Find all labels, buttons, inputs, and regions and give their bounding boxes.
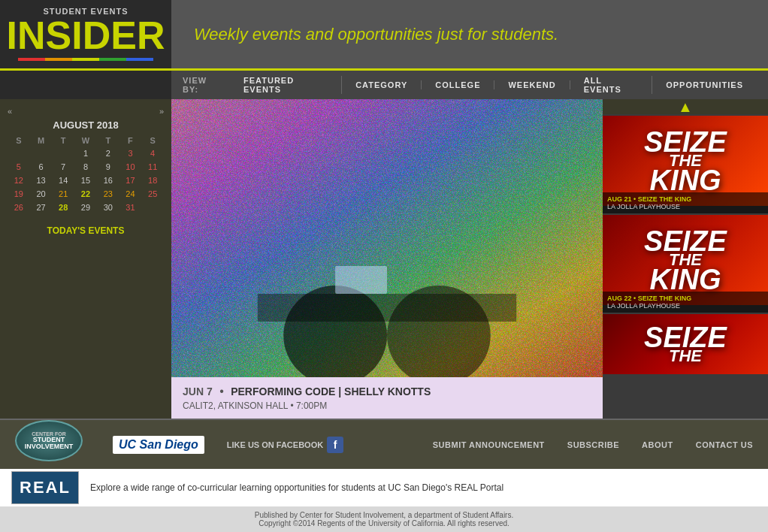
- event-card-2-overlay: AUG 22 • SEIZE THE KING LA JOLLA PLAYHOU…: [603, 292, 768, 313]
- seize-text-3: SEIZE THE: [644, 325, 727, 364]
- event-bullet: •: [219, 385, 227, 397]
- cal-title: AUGUST 2018: [8, 119, 164, 131]
- real-logo: REAL: [11, 471, 79, 504]
- ucsd-logo: UC San Diego: [113, 436, 204, 454]
- cal-cell[interactable]: 22: [74, 187, 97, 201]
- cal-cell[interactable]: 24: [119, 187, 142, 201]
- cal-week-3: 12 13 14 15 16 17 18: [8, 174, 164, 187]
- calendar: « » AUGUST 2018 S M T W T F S: [8, 107, 164, 236]
- cal-cell[interactable]: 14: [52, 174, 74, 187]
- cal-week-5: 26 27 28 29 30 31: [8, 201, 164, 214]
- cal-day-t2: T: [97, 135, 119, 147]
- cal-day-t: T: [52, 135, 74, 147]
- footer-submit[interactable]: SUBMIT ANNOUNCEMENT: [433, 440, 545, 449]
- cal-cell[interactable]: 2: [97, 147, 119, 160]
- cal-cell[interactable]: 12: [8, 174, 30, 187]
- cal-prev[interactable]: «: [8, 107, 12, 116]
- event-caption-line1: JUN 7 • PERFORMING CODE | SHELLY KNOTTS: [183, 385, 591, 398]
- cal-cell[interactable]: 29: [74, 201, 97, 214]
- bottom-banner: REAL Explore a wide range of co-curricul…: [0, 469, 768, 506]
- cal-cell[interactable]: 6: [30, 160, 53, 174]
- cal-cell[interactable]: 3: [119, 147, 142, 160]
- cal-cell[interactable]: [141, 201, 164, 214]
- cal-cell[interactable]: 20: [30, 187, 53, 201]
- cal-cell[interactable]: 21: [52, 187, 74, 201]
- cal-week-4: 19 20 21 22 23 24 25: [8, 187, 164, 201]
- event-image: [171, 99, 603, 377]
- nav-allevents[interactable]: ALL EVENTS: [570, 76, 652, 94]
- real-logo-text: REAL: [20, 478, 71, 497]
- event-card-3[interactable]: SEIZE THE: [603, 314, 768, 374]
- csi-logo: CENTER FOR STUDENT INVOLVEMENT: [15, 420, 90, 469]
- cal-cell[interactable]: 25: [141, 187, 164, 201]
- event-venue: CALIT2, ATKINSON HALL • 7:00PM: [183, 401, 591, 411]
- cal-cell[interactable]: 11: [141, 160, 164, 174]
- cal-cell[interactable]: 17: [119, 174, 142, 187]
- content-area: JUN 7 • PERFORMING CODE | SHELLY KNOTTS …: [171, 99, 603, 419]
- cal-cell[interactable]: 10: [119, 160, 142, 174]
- event-card-1-venue: LA JOLLA PLAYHOUSE: [607, 203, 763, 210]
- cal-next[interactable]: »: [159, 107, 164, 116]
- cal-cell[interactable]: 26: [8, 201, 30, 214]
- cal-day-m: M: [30, 135, 53, 147]
- footer-subscribe[interactable]: SUBSCRIBE: [567, 440, 619, 449]
- cal-cell[interactable]: [52, 147, 74, 160]
- event-card-2-date: AUG 22 • SEIZE THE KING: [607, 295, 763, 302]
- fb-label: LIKE US ON FACEBOOK: [227, 440, 323, 449]
- event-date: JUN 7: [183, 385, 213, 397]
- cal-cell[interactable]: [30, 147, 53, 160]
- today-events[interactable]: TODAY'S EVENTS: [8, 225, 164, 236]
- middle-section: « » AUGUST 2018 S M T W T F S: [0, 99, 768, 419]
- page-wrapper: STUDENT EVENTS INSIDER Weekly events and…: [0, 0, 768, 532]
- nav-featured[interactable]: FEATURED EVENTS: [230, 76, 342, 94]
- fb-like[interactable]: LIKE US ON FACEBOOK f: [227, 437, 343, 453]
- event-title: PERFORMING CODE | SHELLY KNOTTS: [231, 385, 431, 397]
- cal-cell[interactable]: 18: [141, 174, 164, 187]
- cal-cell[interactable]: 5: [8, 160, 30, 174]
- table: [258, 294, 516, 322]
- cal-cell[interactable]: 16: [97, 174, 119, 187]
- right-panel: ▲ SEIZE THE KING AUG 21 • SEIZE THE KING…: [603, 99, 768, 419]
- cal-cell[interactable]: 8: [74, 160, 97, 174]
- nav-weekend[interactable]: WEEKEND: [494, 80, 570, 89]
- nav-label: VIEW BY:: [183, 76, 222, 94]
- sidebar: « » AUGUST 2018 S M T W T F S: [0, 99, 171, 419]
- cal-cell[interactable]: 19: [8, 187, 30, 201]
- cal-cell[interactable]: 28: [52, 201, 74, 214]
- seize-bg-3: SEIZE THE: [603, 314, 768, 374]
- cal-day-s2: S: [141, 135, 164, 147]
- logo-in: IN: [7, 14, 46, 57]
- footer-about[interactable]: ABOUT: [642, 440, 673, 449]
- tagline-area: Weekly events and opportunities just for…: [171, 0, 768, 68]
- nav-spacer: [0, 71, 171, 99]
- cal-cell[interactable]: 31: [119, 201, 142, 214]
- nav-category[interactable]: CATEGORY: [342, 80, 422, 89]
- ucsd-label: UC San Diego: [119, 438, 198, 451]
- nav-bar: VIEW BY: FEATURED EVENTS CATEGORY COLLEG…: [0, 68, 768, 99]
- csi-logo-oval: CENTER FOR STUDENT INVOLVEMENT: [15, 420, 83, 461]
- cal-cell[interactable]: 9: [97, 160, 119, 174]
- arrow-up[interactable]: ▲: [603, 99, 768, 114]
- logo: STUDENT EVENTS INSIDER: [7, 8, 165, 55]
- event-card-2-venue: LA JOLLA PLAYHOUSE: [607, 302, 763, 310]
- nav-opportunities[interactable]: OPPORTUNITIES: [652, 80, 757, 89]
- event-card-1[interactable]: SEIZE THE KING AUG 21 • SEIZE THE KING L…: [603, 116, 768, 213]
- cal-cell[interactable]: 15: [74, 174, 97, 187]
- cal-cell[interactable]: [8, 147, 30, 160]
- cal-week-2: 5 6 7 8 9 10 11: [8, 160, 164, 174]
- cal-cell[interactable]: 23: [97, 187, 119, 201]
- footer-bar: CENTER FOR STUDENT INVOLVEMENT UC San Di…: [0, 419, 768, 469]
- tagline-static: Weekly events and opportunities: [194, 25, 437, 44]
- cal-cell[interactable]: 13: [30, 174, 53, 187]
- nav-college[interactable]: COLLEGE: [422, 80, 494, 89]
- cal-cell[interactable]: 4: [141, 147, 164, 160]
- cal-cell[interactable]: 7: [52, 160, 74, 174]
- event-card-2[interactable]: SEIZE THE KING AUG 22 • SEIZE THE KING L…: [603, 215, 768, 313]
- pixel-art-svg: [171, 99, 603, 377]
- cal-cell[interactable]: 1: [74, 147, 97, 160]
- cal-header-row: S M T W T F S: [8, 135, 164, 147]
- cal-cell[interactable]: 27: [30, 201, 53, 214]
- footer-contact[interactable]: CONTACT US: [696, 440, 753, 449]
- cal-cell[interactable]: 30: [97, 201, 119, 214]
- credits-line1: Published by Center for Student Involvem…: [5, 511, 763, 519]
